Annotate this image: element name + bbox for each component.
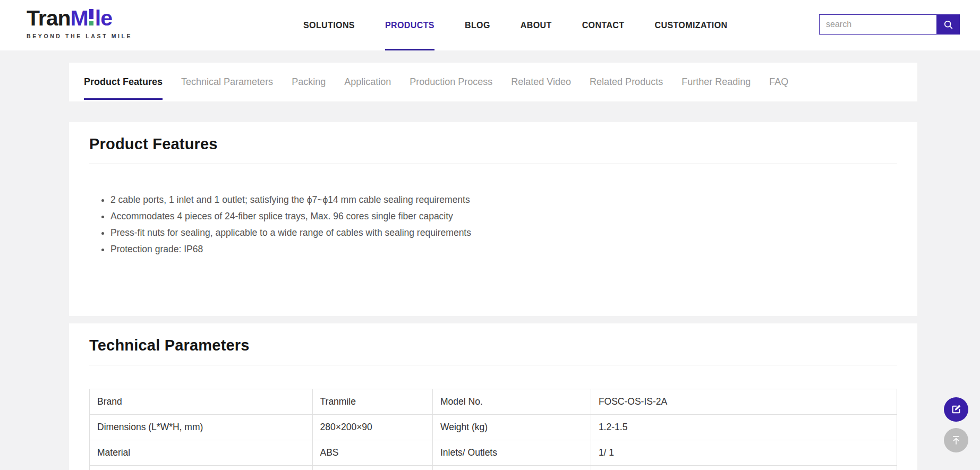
tab-related-products[interactable]: Related Products [590, 63, 663, 101]
main-nav: SOLUTIONS PRODUCTS BLOG ABOUT CONTACT CU… [303, 0, 728, 50]
search-icon [943, 19, 954, 30]
product-features-title: Product Features [89, 135, 897, 153]
feature-bullet: 2 cable ports, 1 inlet and 1 outlet; sat… [110, 194, 897, 206]
param-label: Inlets/ Outlets [432, 440, 591, 466]
feature-bullet: Accommodates 4 pieces of 24-fiber splice… [110, 210, 897, 222]
tab-packing[interactable]: Packing [292, 63, 326, 101]
site-search [819, 14, 960, 35]
feature-bullet: Protection grade: IP68 [110, 243, 897, 255]
table-row: Brand Tranmile Model No. FOSC-OS-IS-2A [90, 389, 897, 415]
brand-logo[interactable]: TranMle BEYOND THE LAST MILE [27, 7, 132, 39]
product-features-list: 2 cable ports, 1 inlet and 1 outlet; sat… [89, 194, 897, 255]
param-label: Material [90, 440, 313, 466]
table-row: Dimensions (L*W*H, mm) 280×200×90 Weight… [90, 415, 897, 440]
nav-item-blog[interactable]: BLOG [465, 0, 490, 50]
nav-item-customization[interactable]: CUSTOMIZATION [654, 0, 727, 50]
tab-production-process[interactable]: Production Process [410, 63, 492, 101]
search-button[interactable] [937, 14, 960, 35]
nav-item-products[interactable]: PRODUCTS [385, 0, 434, 50]
brand-tagline: BEYOND THE LAST MILE [27, 33, 132, 39]
logo-part-tran: Tran [27, 6, 71, 30]
param-label: Weight (kg) [432, 415, 591, 440]
tab-related-video[interactable]: Related Video [511, 63, 571, 101]
technical-parameters-title: Technical Parameters [89, 336, 897, 354]
param-label: Model No. [432, 389, 591, 415]
tab-product-features[interactable]: Product Features [84, 63, 163, 101]
inquiry-edit-button[interactable] [944, 397, 968, 422]
param-value [591, 466, 897, 470]
section-tabbar: Product Features Technical Parameters Pa… [69, 63, 917, 101]
tab-further-reading[interactable]: Further Reading [681, 63, 751, 101]
search-input[interactable] [819, 14, 937, 35]
param-value [312, 466, 432, 470]
brand-logo-wordmark: TranMle [27, 7, 132, 29]
nav-item-about[interactable]: ABOUT [521, 0, 552, 50]
param-value: ABS [312, 440, 432, 466]
compose-edit-icon [950, 404, 962, 415]
section-divider [89, 365, 897, 365]
logo-part-le: le [95, 6, 112, 30]
param-value: FOSC-OS-IS-2A [591, 389, 897, 415]
section-divider [89, 164, 897, 164]
back-to-top-button[interactable] [944, 428, 968, 452]
logo-exclamation-icon [89, 9, 94, 25]
tab-faq[interactable]: FAQ [769, 63, 788, 101]
product-features-section: Product Features 2 cable ports, 1 inlet … [69, 122, 917, 316]
param-label: Dimensions (L*W*H, mm) [90, 415, 313, 440]
table-row: Material ABS Inlets/ Outlets 1/ 1 [90, 440, 897, 466]
param-label [432, 466, 591, 470]
tab-application[interactable]: Application [344, 63, 391, 101]
site-header: TranMle BEYOND THE LAST MILE SOLUTIONS P… [0, 0, 980, 50]
technical-parameters-section: Technical Parameters Brand Tranmile Mode… [69, 323, 917, 470]
parameters-table: Brand Tranmile Model No. FOSC-OS-IS-2A D… [89, 389, 897, 470]
param-label: Brand [90, 389, 313, 415]
param-value: 280×200×90 [312, 415, 432, 440]
logo-part-m: M [71, 6, 88, 30]
tab-technical-parameters[interactable]: Technical Parameters [181, 63, 273, 101]
table-row [90, 466, 897, 470]
back-to-top-icon [950, 434, 962, 446]
nav-item-solutions[interactable]: SOLUTIONS [303, 0, 355, 50]
nav-item-contact[interactable]: CONTACT [582, 0, 625, 50]
param-label [90, 466, 313, 470]
param-value: Tranmile [312, 389, 432, 415]
param-value: 1.2-1.5 [591, 415, 897, 440]
feature-bullet: Press-fit nuts for sealing, applicable t… [110, 227, 897, 238]
param-value: 1/ 1 [591, 440, 897, 466]
